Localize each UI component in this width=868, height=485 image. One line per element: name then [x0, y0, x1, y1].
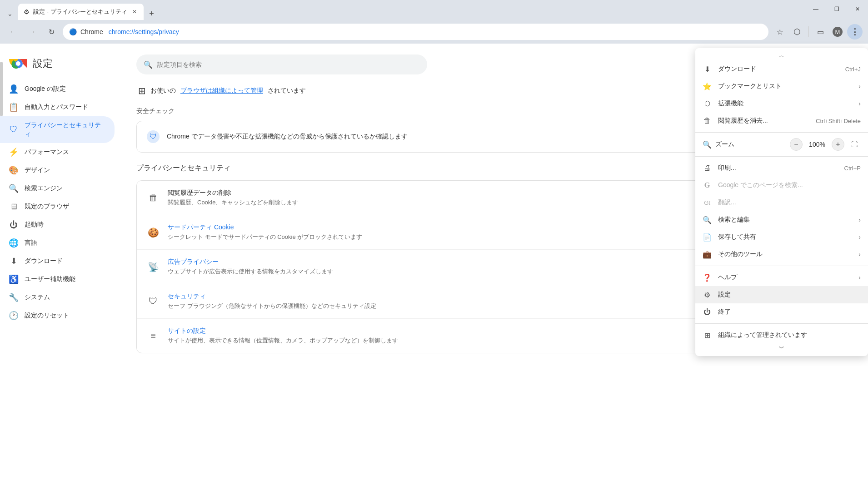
sidebar-button[interactable]: ▭ [813, 24, 828, 40]
sidebar-icon-autofill: 📋 [9, 103, 18, 112]
other-tools-icon: 💼 [703, 250, 712, 259]
maximize-button[interactable]: ❐ [826, 2, 847, 16]
menu-item-google-search[interactable]: G Google でこのページを検索... [695, 177, 868, 194]
menu-item-extensions[interactable]: ⬡ 拡張機能 › [695, 95, 868, 112]
sidebar-label-reset: 設定のリセット [25, 311, 69, 320]
sidebar-item-default_browser[interactable]: 🖥 既定のブラウザ [0, 198, 115, 216]
extensions-button[interactable]: ⬡ [789, 24, 805, 40]
privacy-icon-site_settings: ≡ [146, 329, 160, 343]
managed-text-after: されています [268, 87, 306, 95]
menu-divider-4 [695, 323, 868, 324]
sidebar-item-google[interactable]: 👤 Google の設定 [0, 80, 115, 98]
sidebar-item-design[interactable]: 🎨 デザイン [0, 161, 115, 179]
sidebar-item-startup[interactable]: ⏻ 起動時 [0, 216, 115, 234]
sidebar-icon-design: 🎨 [9, 166, 18, 175]
new-tab-button[interactable]: + [145, 7, 158, 20]
extensions-icon: ⬡ [793, 27, 801, 37]
zoom-minus-button[interactable]: − [790, 138, 803, 151]
menu-settings-label: 設定 [718, 291, 861, 299]
save-share-icon: 📄 [703, 233, 712, 242]
sidebar-icon-privacy: 🛡 [9, 125, 18, 134]
forward-button[interactable]: → [25, 24, 40, 40]
menu-item-clear-history[interactable]: 🗑 閲覧履歴を消去... Ctrl+Shift+Delete [695, 112, 868, 129]
managed-icon: ⊞ [138, 85, 146, 96]
settings-search-bar[interactable]: 🔍 [136, 54, 427, 74]
menu-google-search-label: Google でこのページを検索... [718, 181, 861, 189]
google-g-icon: G [703, 181, 712, 190]
minimize-button[interactable]: — [805, 2, 826, 16]
search-edit-arrow-icon: › [858, 216, 861, 223]
address-bar[interactable]: 🔵 Chrome chrome://settings/privacy [63, 24, 768, 40]
address-brand: Chrome [80, 28, 103, 35]
sidebar-label-default_browser: 既定のブラウザ [25, 202, 69, 211]
menu-button[interactable]: ⋮ [847, 24, 863, 40]
sidebar-label-startup: 起動時 [25, 220, 44, 229]
sidebar-icon: ▭ [817, 28, 824, 36]
other-tools-arrow-icon: › [858, 251, 861, 258]
close-button[interactable]: ✕ [847, 2, 868, 16]
active-tab[interactable]: ⚙ 設定 - プライバシーとセキュリティ ✕ [18, 4, 144, 20]
menu-item-exit[interactable]: ⏻ 終了 [695, 303, 868, 321]
tab-favicon: ⚙ [24, 8, 30, 15]
tab-close-button[interactable]: ✕ [131, 8, 138, 15]
sidebar-icon-default_browser: 🖥 [9, 202, 18, 211]
menu-item-save-share[interactable]: 📄 保存して共有 › [695, 228, 868, 246]
bookmark-button[interactable]: ☆ [772, 24, 788, 40]
sidebar-label-downloads: ダウンロード [25, 257, 63, 266]
sidebar: 設定 👤 Google の設定 📋 自動入力とパスワード 🛡 プライバシーとセキ… [0, 44, 122, 485]
tab-strip-expand[interactable]: ⌄ [4, 7, 16, 20]
context-menu: ︿ ⬇ ダウンロード Ctrl+J ⭐ ブックマークとリスト › ⬡ 拡張機能 … [695, 48, 868, 356]
menu-item-managed[interactable]: ⊞ 組織によって管理されています [695, 327, 868, 344]
menu-item-downloads[interactable]: ⬇ ダウンロード Ctrl+J [695, 60, 868, 78]
menu-item-search-edit[interactable]: 🔍 検索と編集 › [695, 211, 868, 228]
menu-down-arrow: ︾ [695, 344, 868, 353]
menu-item-print[interactable]: 🖨 印刷... Ctrl+P [695, 159, 868, 177]
nav-bar: ← → ↻ 🔵 Chrome chrome://settings/privacy… [0, 20, 868, 44]
menu-clear-history-label: 閲覧履歴を消去... [718, 117, 809, 125]
menu-print-shortcut: Ctrl+P [844, 165, 861, 172]
menu-up-arrow: ︿ [695, 51, 868, 60]
extensions-puzzle-icon: ⬡ [703, 99, 712, 108]
zoom-expand-button[interactable]: ⛶ [848, 138, 861, 151]
privacy-icon-clear_history: 🗑 [146, 191, 160, 205]
sidebar-item-privacy[interactable]: 🛡 プライバシーとセキュリティ [0, 116, 115, 143]
menu-item-other-tools[interactable]: 💼 その他のツール › [695, 246, 868, 263]
sidebar-item-autofill[interactable]: 📋 自動入力とパスワード [0, 98, 115, 116]
sidebar-item-language[interactable]: 🌐 言語 [0, 234, 115, 252]
profile-button[interactable]: M [830, 24, 845, 40]
sidebar-item-system[interactable]: 🔧 システム [0, 288, 115, 307]
menu-downloads-label: ダウンロード [718, 65, 839, 73]
sidebar-icon-downloads: ⬇ [9, 257, 18, 266]
nav-separator [808, 26, 809, 37]
menu-managed-label: 組織によって管理されています [718, 331, 861, 339]
reload-icon: ↻ [49, 28, 55, 36]
bookmark-icon: ☆ [777, 28, 783, 36]
menu-item-bookmarks[interactable]: ⭐ ブックマークとリスト › [695, 78, 868, 95]
profile-icon: M [833, 27, 843, 37]
menu-item-help[interactable]: ❓ ヘルプ › [695, 269, 868, 286]
sidebar-item-search[interactable]: 🔍 検索エンジン [0, 179, 115, 198]
nav-actions: ☆ ⬡ ▭ M ⋮ [772, 24, 863, 40]
bookmark-star-icon: ⭐ [703, 82, 712, 91]
site-favicon: 🔵 [69, 28, 77, 35]
menu-item-translate[interactable]: Gt 翻訳... [695, 194, 868, 211]
zoom-value: 100% [806, 141, 828, 148]
sidebar-item-accessibility[interactable]: ♿ ユーザー補助機能 [0, 270, 115, 288]
zoom-plus-button[interactable]: + [832, 138, 844, 151]
print-icon: 🖨 [703, 163, 712, 173]
trash-icon: 🗑 [703, 116, 712, 125]
sidebar-item-reset[interactable]: 🕐 設定のリセット [0, 307, 115, 325]
menu-print-label: 印刷... [718, 164, 838, 172]
sidebar-icon-google: 👤 [9, 84, 18, 94]
privacy-icon-third_party_cookie: 🍪 [146, 225, 160, 240]
menu-icon: ⋮ [851, 27, 859, 37]
reload-button[interactable]: ↻ [44, 24, 59, 40]
menu-item-settings[interactable]: ⚙ 設定 [695, 286, 868, 303]
back-button[interactable]: ← [5, 24, 21, 40]
sidebar-label-performance: パフォーマンス [25, 148, 69, 157]
sidebar-item-performance[interactable]: ⚡ パフォーマンス [0, 143, 115, 161]
search-input[interactable] [157, 61, 420, 68]
managed-link[interactable]: ブラウザは組織によって管理 [180, 87, 263, 95]
sidebar-item-downloads[interactable]: ⬇ ダウンロード [0, 252, 115, 270]
menu-translate-label: 翻訳... [718, 198, 861, 207]
